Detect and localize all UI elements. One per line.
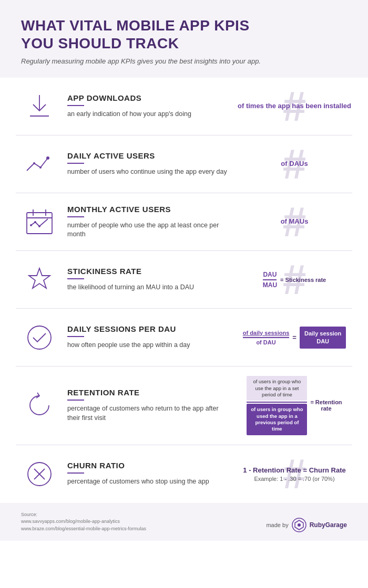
kpi-row-stickiness-rate: STICKINESS RATE the likelihood of turnin… xyxy=(16,251,352,309)
made-by-label: made by xyxy=(266,522,288,528)
kpi-formula-retention: of users in group who use the app in a s… xyxy=(237,376,352,435)
kpi-row-daily-sessions: DAILY SESSIONS PER DAU how often people … xyxy=(16,309,352,366)
svg-marker-12 xyxy=(29,268,50,288)
brand-name: RubyGarage xyxy=(310,521,347,529)
sessions-denominator: of DAU xyxy=(256,339,275,345)
kpi-title: MONTHLY ACTIVE USERS xyxy=(67,205,231,214)
svg-point-3 xyxy=(39,166,42,169)
retention-result: = Retentionrate xyxy=(310,399,342,412)
calendar-icon xyxy=(16,206,63,238)
kpi-desc: percentage of customers who stop using t… xyxy=(67,477,231,487)
svg-point-9 xyxy=(30,224,32,226)
sessions-fraction: of daily sessions of DAU = Daily session… xyxy=(243,327,346,349)
fraction: DAU MAU xyxy=(263,271,277,289)
kpi-text-daily-sessions: DAILY SESSIONS PER DAU how often people … xyxy=(63,324,237,350)
footer-brand: made by RubyGarage xyxy=(266,518,347,532)
checkmark-circle-icon xyxy=(16,322,63,353)
kpi-desc: how often people use the app within a da… xyxy=(67,341,231,350)
kpi-divider xyxy=(67,336,84,337)
kpi-text-stickiness: STICKINESS RATE the likelihood of turnin… xyxy=(63,267,237,292)
fraction-denominator: MAU xyxy=(263,281,277,289)
kpi-section: APP DOWNLOADS an early indication of how… xyxy=(0,78,368,502)
rubygarage-logo xyxy=(292,518,306,532)
retention-fraction: of users in group who use the app in a s… xyxy=(247,376,307,435)
kpi-divider xyxy=(67,278,84,279)
kpi-formula-mau: # of MAUs xyxy=(237,217,352,226)
kpi-row-monthly-active-users: MONTHLY ACTIVE USERS number of people wh… xyxy=(16,193,352,251)
hash-text: of times the app has been installed xyxy=(238,102,351,111)
hash-text: of DAUs xyxy=(281,160,308,169)
source-url1: www.savvyapps.com/blog/mobile-app-analyt… xyxy=(21,518,146,526)
kpi-desc: an early indication of how your app's do… xyxy=(67,110,231,119)
churn-example: Example: 1 - .30 = .70 (or 70%) xyxy=(243,476,345,482)
sessions-result: Daily sessionDAU xyxy=(300,327,346,349)
page-title: WHAT VITAL MOBILE APP KPIS YOU SHOULD TR… xyxy=(21,17,347,52)
kpi-divider xyxy=(67,216,84,217)
stickiness-fraction: DAU MAU = Stickiness rate xyxy=(263,271,326,289)
svg-point-10 xyxy=(34,221,36,223)
kpi-formula-dau: # of DAUs xyxy=(237,160,352,169)
x-circle-icon xyxy=(16,458,63,490)
source-url2: www.braze.com/blog/essential-mobile-app-… xyxy=(21,526,146,533)
kpi-divider xyxy=(67,163,84,164)
svg-point-11 xyxy=(38,225,40,227)
source-label: Source: xyxy=(21,511,146,519)
kpi-title: RETENTION RATE xyxy=(67,388,231,397)
kpi-formula-sessions: of daily sessions of DAU = Daily session… xyxy=(237,327,352,349)
kpi-desc: the likelihood of turning an MAU into a … xyxy=(67,283,231,292)
kpi-row-daily-active-users: DAILY ACTIVE USERS number of users who c… xyxy=(16,135,352,193)
churn-main: 1 - Retention Rate = Churn Rate xyxy=(243,466,345,474)
sessions-numerator: of daily sessions xyxy=(243,330,290,338)
kpi-divider xyxy=(67,105,84,106)
download-icon xyxy=(16,91,63,122)
kpi-text-churn: CHURN RATIO percentage of customers who … xyxy=(63,461,237,487)
kpi-title: STICKINESS RATE xyxy=(67,267,231,276)
retention-denominator: of users in group who used the app in a … xyxy=(247,404,307,435)
kpi-text-monthly-active-users: MONTHLY ACTIVE USERS number of people wh… xyxy=(63,205,237,239)
trend-icon xyxy=(16,149,63,180)
page-subtitle: Regularly measuring mobile app KPIs give… xyxy=(21,57,347,65)
kpi-row-retention-rate: RETENTION RATE percentage of customers w… xyxy=(16,366,352,445)
kpi-row-app-downloads: APP DOWNLOADS an early indication of how… xyxy=(16,78,352,135)
header: WHAT VITAL MOBILE APP KPIS YOU SHOULD TR… xyxy=(0,0,368,78)
svg-point-4 xyxy=(33,162,35,164)
kpi-title: DAILY SESSIONS PER DAU xyxy=(67,324,231,333)
kpi-formula-app-downloads: # of times the app has been installed xyxy=(237,102,352,111)
refresh-icon xyxy=(16,390,63,421)
kpi-divider xyxy=(67,472,84,474)
churn-formula-text: 1 - Retention Rate = Churn Rate Example:… xyxy=(243,466,345,482)
kpi-desc: number of people who use the app at leas… xyxy=(67,221,231,239)
page: WHAT VITAL MOBILE APP KPIS YOU SHOULD TR… xyxy=(0,0,368,541)
star-icon xyxy=(16,264,63,296)
footer-source: Source: www.savvyapps.com/blog/mobile-ap… xyxy=(21,511,146,533)
svg-point-19 xyxy=(298,523,301,527)
kpi-title: APP DOWNLOADS xyxy=(67,93,231,102)
kpi-title: DAILY ACTIVE USERS xyxy=(67,151,231,160)
fraction-numerator: DAU xyxy=(263,271,277,280)
kpi-desc: number of users who continue using the a… xyxy=(67,167,231,177)
kpi-desc: percentage of customers who return to th… xyxy=(67,404,231,423)
kpi-formula-churn: # 1 - Retention Rate = Churn Rate Exampl… xyxy=(237,466,352,482)
retention-divider xyxy=(247,402,307,403)
svg-point-2 xyxy=(46,156,49,160)
kpi-text-daily-active-users: DAILY ACTIVE USERS number of users who c… xyxy=(63,151,237,177)
kpi-title: CHURN RATIO xyxy=(67,461,231,470)
retention-result-block: = Retentionrate xyxy=(310,399,342,412)
stickiness-result: = Stickiness rate xyxy=(280,277,326,283)
kpi-divider xyxy=(67,400,84,401)
kpi-text-retention: RETENTION RATE percentage of customers w… xyxy=(63,388,237,423)
svg-rect-5 xyxy=(27,213,52,234)
sessions-equals: = xyxy=(292,333,297,341)
hash-text: of MAUs xyxy=(281,217,309,226)
footer: Source: www.savvyapps.com/blog/mobile-ap… xyxy=(0,503,368,541)
kpi-formula-stickiness: # DAU MAU = Stickiness rate xyxy=(237,271,352,289)
kpi-row-churn-ratio: CHURN RATIO percentage of customers who … xyxy=(16,445,352,503)
retention-numerator: of users in group who use the app in a s… xyxy=(247,376,307,401)
kpi-text-app-downloads: APP DOWNLOADS an early indication of how… xyxy=(63,93,237,119)
svg-point-13 xyxy=(28,326,51,349)
